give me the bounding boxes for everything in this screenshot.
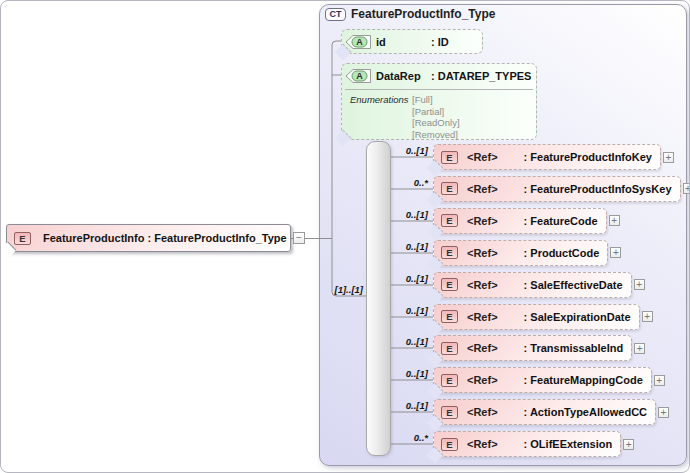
ref-label: <Ref> bbox=[467, 311, 498, 323]
sequence-indicator[interactable] bbox=[366, 141, 391, 456]
element-ref-row: 0..[1] E <Ref> : TransmissableInd + bbox=[433, 335, 645, 361]
svg-text:A: A bbox=[356, 71, 363, 81]
element-icon: E bbox=[441, 214, 458, 227]
element-ref-row: 0..[1] E <Ref> : SaleExpirationDate + bbox=[433, 304, 653, 330]
complex-type-icon: CT bbox=[325, 8, 346, 21]
element-type-label: : SaleExpirationDate bbox=[524, 311, 631, 323]
collapse-button[interactable]: − bbox=[293, 232, 305, 244]
element-ref-row: 0..* E <Ref> : OLifEExtension + bbox=[433, 431, 634, 457]
attribute-type: : ID bbox=[431, 36, 449, 48]
element-ref-row: 0..[1] E <Ref> : SaleEffectiveDate + bbox=[433, 272, 645, 298]
multiplicity-label: 0..* bbox=[414, 432, 428, 443]
enumeration-value: [Removed] bbox=[412, 129, 460, 141]
element-type-label: : ActionTypeAllowedCC bbox=[524, 406, 647, 418]
element-icon: E bbox=[441, 310, 458, 323]
expand-button[interactable]: + bbox=[642, 311, 653, 322]
element-icon: E bbox=[14, 232, 31, 245]
enumeration-value: [Partial] bbox=[412, 106, 460, 118]
multiplicity-label: 0..[1] bbox=[406, 145, 428, 156]
multiplicity-label: 0..* bbox=[414, 177, 428, 188]
attribute-icon: A bbox=[345, 68, 372, 84]
attribute-name: DataRep bbox=[376, 70, 431, 82]
element-ref-node[interactable]: E <Ref> : ProductCode bbox=[433, 240, 608, 266]
multiplicity-label: 0..[1] bbox=[406, 336, 428, 347]
attribute-name: id bbox=[376, 36, 431, 48]
element-ref-node[interactable]: E <Ref> : SaleEffectiveDate bbox=[433, 272, 632, 298]
multiplicity-label: 0..[1] bbox=[406, 368, 428, 379]
element-ref-row: 0..[1] E <Ref> : ProductCode + bbox=[433, 240, 621, 266]
ref-label: <Ref> bbox=[467, 151, 498, 163]
element-ref-row: 0..[1] E <Ref> : FeatureMappingCode + bbox=[433, 367, 665, 393]
multiplicity-label: 0..[1] bbox=[406, 241, 428, 252]
element-type-label: : FeatureProductInfoSysKey bbox=[524, 183, 672, 195]
element-type-label: : ProductCode bbox=[524, 247, 600, 259]
ref-label: <Ref> bbox=[467, 406, 498, 418]
element-icon: E bbox=[441, 278, 458, 291]
element-node-featureproductinfo[interactable]: E FeatureProductInfo : FeatureProductInf… bbox=[6, 224, 291, 252]
attribute-node-id[interactable]: A id : ID bbox=[341, 29, 483, 54]
svg-text:A: A bbox=[356, 37, 363, 47]
expand-button[interactable]: + bbox=[654, 375, 665, 386]
element-ref-node[interactable]: E <Ref> : SaleExpirationDate bbox=[433, 304, 640, 330]
element-ref-node[interactable]: E <Ref> : OLifEExtension bbox=[433, 431, 621, 457]
expand-button[interactable]: + bbox=[683, 183, 690, 194]
enumerations-label: Enumerations bbox=[350, 94, 412, 140]
expand-button[interactable]: + bbox=[609, 215, 620, 226]
ref-label: <Ref> bbox=[467, 374, 498, 386]
complex-type-title: FeatureProductInfo_Type bbox=[351, 7, 495, 21]
enumeration-value: [ReadOnly] bbox=[412, 117, 460, 129]
element-type-label: : TransmissableInd bbox=[524, 342, 624, 354]
element-ref-node[interactable]: E <Ref> : TransmissableInd bbox=[433, 335, 632, 361]
expand-button[interactable]: + bbox=[634, 343, 645, 354]
ref-label: <Ref> bbox=[467, 438, 498, 450]
element-icon: E bbox=[441, 342, 458, 355]
element-ref-row: 0..[1] E <Ref> : FeatureCode + bbox=[433, 208, 620, 234]
element-icon: E bbox=[441, 246, 458, 259]
expand-button[interactable]: + bbox=[663, 152, 674, 163]
attribute-type: : DATAREP_TYPES bbox=[431, 70, 531, 82]
element-type-label: : FeatureProductInfoKey bbox=[524, 151, 652, 163]
multiplicity-label: 0..[1] bbox=[406, 273, 428, 284]
attribute-node-datarep[interactable]: A DataRep : DATAREP_TYPES Enumerations [… bbox=[341, 63, 537, 140]
expand-button[interactable]: + bbox=[610, 247, 621, 258]
element-ref-row: 0..[1] E <Ref> : ActionTypeAllowedCC + bbox=[433, 399, 669, 425]
sequence-multiplicity-label: [1]..[1] bbox=[319, 284, 363, 295]
divider bbox=[345, 89, 533, 90]
element-type-label: : FeatureMappingCode bbox=[524, 374, 643, 386]
expand-button[interactable]: + bbox=[634, 279, 645, 290]
multiplicity-label: 0..[1] bbox=[406, 400, 428, 411]
ref-label: <Ref> bbox=[467, 279, 498, 291]
ref-label: <Ref> bbox=[467, 247, 498, 259]
element-icon: E bbox=[441, 438, 458, 451]
multiplicity-label: 0..[1] bbox=[406, 209, 428, 220]
element-icon: E bbox=[441, 151, 458, 164]
element-type-label: : SaleEffectiveDate bbox=[524, 279, 623, 291]
element-icon: E bbox=[441, 182, 458, 195]
ref-label: <Ref> bbox=[467, 215, 498, 227]
expand-button[interactable]: + bbox=[658, 407, 669, 418]
element-icon: E bbox=[441, 406, 458, 419]
element-ref-node[interactable]: E <Ref> : FeatureProductInfoSysKey bbox=[433, 176, 681, 202]
element-icon: E bbox=[441, 374, 458, 387]
element-type-label: : FeatureCode bbox=[524, 215, 598, 227]
enumeration-value: [Full] bbox=[412, 94, 460, 106]
element-ref-node[interactable]: E <Ref> : FeatureCode bbox=[433, 208, 607, 234]
ref-label: <Ref> bbox=[467, 183, 498, 195]
ref-label: <Ref> bbox=[467, 342, 498, 354]
expand-button[interactable]: + bbox=[623, 439, 634, 450]
element-ref-node[interactable]: E <Ref> : FeatureProductInfoKey bbox=[433, 144, 661, 170]
element-ref-node[interactable]: E <Ref> : FeatureMappingCode bbox=[433, 367, 652, 393]
multiplicity-label: 0..[1] bbox=[406, 305, 428, 316]
element-ref-node[interactable]: E <Ref> : ActionTypeAllowedCC bbox=[433, 399, 656, 425]
attribute-icon: A bbox=[345, 34, 372, 50]
element-label: FeatureProductInfo : FeatureProductInfo_… bbox=[43, 232, 287, 244]
element-ref-row: 0..* E <Ref> : FeatureProductInfoSysKey … bbox=[433, 176, 690, 202]
element-ref-row: 0..[1] E <Ref> : FeatureProductInfoKey + bbox=[433, 144, 674, 170]
enumeration-values: [Full] [Partial] [ReadOnly] [Removed] bbox=[412, 94, 460, 140]
schema-diagram: CT FeatureProductInfo_Type bbox=[0, 0, 690, 473]
element-type-label: : OLifEExtension bbox=[524, 438, 613, 450]
